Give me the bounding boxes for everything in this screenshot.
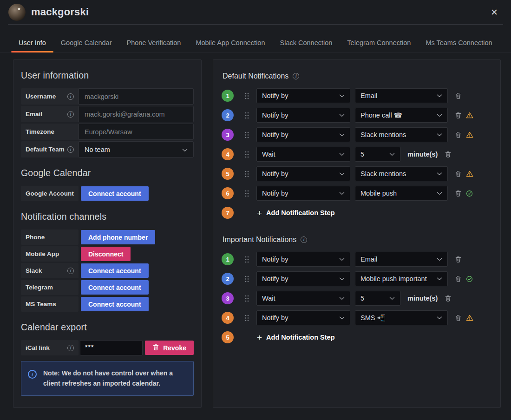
channel-row-ms-teams: MS TeamsConnect account bbox=[21, 296, 194, 312]
delete-step-button[interactable] bbox=[455, 112, 462, 119]
step-channel-select[interactable]: Phone call ☎ bbox=[355, 108, 448, 123]
tab-mobile-app-connection[interactable]: Mobile App Connection bbox=[188, 36, 272, 52]
add-notification-step-button[interactable]: +Add Notification Step bbox=[257, 333, 335, 342]
select-value: Email bbox=[360, 92, 377, 99]
step-channel-select[interactable]: Mobile push important bbox=[355, 271, 448, 286]
select-value: Wait bbox=[262, 151, 275, 158]
step-circle: 3 bbox=[222, 292, 234, 304]
chevron-down-icon bbox=[437, 172, 442, 176]
drag-handle-icon[interactable] bbox=[245, 92, 249, 99]
delete-step-button[interactable] bbox=[455, 92, 462, 99]
step-circle: 2 bbox=[222, 109, 234, 121]
step-action-select[interactable]: Notify by bbox=[256, 310, 350, 325]
step-action-select[interactable]: Notify by bbox=[256, 166, 350, 181]
select-value: Mobile push important bbox=[360, 275, 427, 282]
disconnect-button[interactable]: Disconnect bbox=[81, 247, 131, 261]
calendar-export-heading: Calendar export bbox=[21, 322, 194, 333]
tab-slack-connection[interactable]: Slack Connection bbox=[273, 36, 340, 52]
notification-step-row: 7+Add Notification Step bbox=[222, 203, 492, 223]
delete-step-button[interactable] bbox=[445, 295, 452, 302]
plus-icon: + bbox=[257, 209, 262, 217]
connect-account-button[interactable]: Connect account bbox=[81, 280, 149, 295]
delete-step-button[interactable] bbox=[455, 190, 462, 197]
field-label-text: Timezone bbox=[26, 128, 54, 135]
step-action-select[interactable]: Notify by bbox=[256, 271, 350, 286]
drag-handle-icon[interactable] bbox=[245, 190, 249, 197]
timezone-input: Europe/Warsaw bbox=[79, 124, 194, 140]
success-icon bbox=[466, 276, 473, 282]
info-icon: i bbox=[67, 111, 74, 118]
notification-step-row: 4Notify bySMS 📲 bbox=[222, 308, 492, 328]
delete-step-button[interactable] bbox=[455, 170, 462, 177]
tab-telegram-connection[interactable]: Telegram Connection bbox=[340, 36, 418, 52]
drag-handle-icon[interactable] bbox=[245, 131, 249, 138]
field-row-timezone: TimezoneEurope/Warsaw bbox=[21, 124, 194, 140]
tab-phone-verification[interactable]: Phone Verification bbox=[119, 36, 188, 52]
step-action-select[interactable]: Notify by bbox=[256, 252, 350, 267]
step-action-select[interactable]: Notify by bbox=[256, 88, 350, 103]
chevron-down-icon bbox=[339, 133, 345, 137]
step-channel-select[interactable]: Slack mentions bbox=[355, 127, 448, 142]
drag-handle-icon[interactable] bbox=[245, 276, 249, 282]
tab-google-calendar[interactable]: Google Calendar bbox=[53, 36, 119, 52]
delete-step-button[interactable] bbox=[455, 256, 462, 263]
delete-step-button[interactable] bbox=[445, 151, 452, 158]
ical-link-input[interactable]: *** bbox=[80, 340, 143, 355]
default-team-select[interactable]: No team bbox=[79, 141, 194, 158]
delete-step-button[interactable] bbox=[455, 314, 462, 322]
step-action-select[interactable]: Wait bbox=[256, 291, 350, 306]
notification-step-row: 2Notify byMobile push important bbox=[222, 269, 492, 289]
chevron-down-icon bbox=[437, 133, 442, 137]
drag-handle-icon[interactable] bbox=[245, 315, 249, 322]
delete-step-button[interactable] bbox=[455, 131, 462, 138]
step-channel-select[interactable]: Email bbox=[355, 88, 448, 103]
step-channel-select[interactable]: Slack mentions bbox=[355, 166, 448, 181]
delete-step-button[interactable] bbox=[455, 275, 462, 282]
field-value: Europe/Warsaw bbox=[85, 128, 132, 136]
channel-label-mobile-app: Mobile App bbox=[21, 246, 79, 262]
step-channel-select[interactable]: SMS 📲 bbox=[355, 310, 448, 325]
close-icon[interactable]: ✕ bbox=[489, 6, 500, 19]
step-channel-select[interactable]: Mobile push bbox=[355, 186, 448, 201]
field-value: mack.gorski@grafana.com bbox=[85, 111, 165, 118]
tab-user-info[interactable]: User Info bbox=[11, 36, 53, 52]
channel-label-phone: Phone bbox=[21, 230, 79, 245]
info-icon: i bbox=[293, 73, 299, 79]
notification-step-row: 3Notify bySlack mentions bbox=[222, 125, 492, 144]
wait-duration-select[interactable]: 5 bbox=[355, 291, 400, 306]
field-label-text: Email bbox=[26, 111, 42, 118]
drag-handle-icon[interactable] bbox=[245, 112, 249, 119]
revoke-button[interactable]: Revoke bbox=[145, 341, 194, 355]
drag-handle-icon[interactable] bbox=[245, 151, 249, 158]
channel-label-text: Telegram bbox=[26, 284, 53, 291]
channel-row-slack: SlackiConnect account bbox=[21, 263, 194, 278]
connect-account-button[interactable]: Connect account bbox=[81, 263, 149, 278]
connect-account-button[interactable]: Connect account bbox=[81, 297, 149, 311]
add-phone-number-button[interactable]: Add phone number bbox=[81, 230, 155, 244]
field-row-username: Usernameimackgorski bbox=[21, 88, 194, 105]
google-calendar-heading: Google Calendar bbox=[21, 168, 194, 178]
step-action-select[interactable]: Wait bbox=[256, 147, 350, 162]
channel-row-phone: PhoneAdd phone number bbox=[21, 230, 194, 245]
step-action-select[interactable]: Notify by bbox=[256, 186, 350, 201]
field-label-timezone: Timezone bbox=[21, 124, 79, 140]
wait-duration-select[interactable]: 5 bbox=[355, 147, 400, 162]
add-step-label: Add Notification Step bbox=[266, 334, 334, 341]
drag-handle-icon[interactable] bbox=[245, 295, 249, 302]
step-action-select[interactable]: Notify by bbox=[256, 127, 350, 142]
add-notification-step-button[interactable]: +Add Notification Step bbox=[257, 209, 335, 217]
tab-ms-teams-connection[interactable]: Ms Teams Connection bbox=[418, 36, 499, 52]
ical-link-label: iCal link i bbox=[21, 340, 79, 355]
drag-handle-icon[interactable] bbox=[245, 256, 249, 263]
step-circle: 2 bbox=[222, 273, 234, 285]
step-channel-select[interactable]: Email bbox=[355, 252, 448, 267]
google-connect-account-button[interactable]: Connect account bbox=[81, 186, 149, 201]
drag-handle-icon[interactable] bbox=[245, 171, 249, 177]
notification-step-row: 5Notify bySlack mentions bbox=[222, 164, 492, 184]
select-value: SMS 📲 bbox=[360, 314, 386, 322]
notification-step-row: 2Notify byPhone call ☎ bbox=[222, 105, 492, 125]
notification-step-row: 1Notify byEmail bbox=[222, 249, 492, 269]
default-notifications-heading: Default Notifications i bbox=[223, 72, 492, 80]
step-action-select[interactable]: Notify by bbox=[256, 108, 350, 123]
notification-channels-heading: Notification channels bbox=[21, 211, 194, 222]
